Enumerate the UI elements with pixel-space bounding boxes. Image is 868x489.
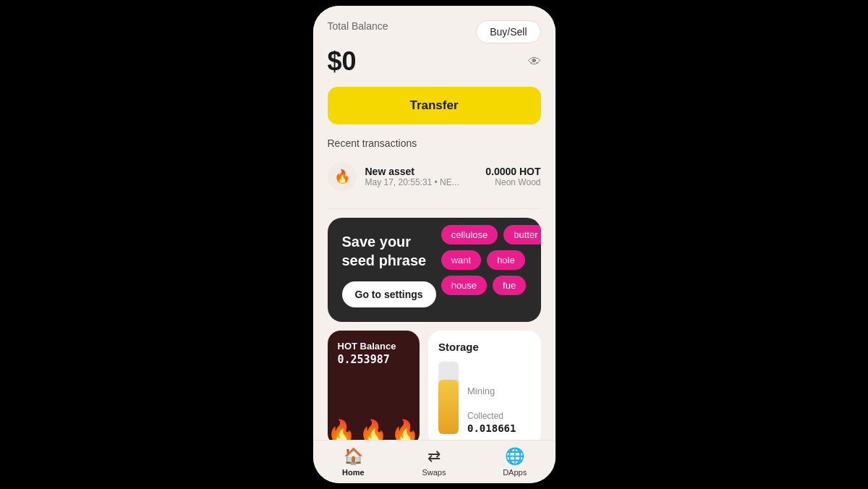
transaction-amount-col: 0.0000 HOT Neon Wood <box>485 166 540 187</box>
seed-word-fue: fue <box>493 276 526 295</box>
bottom-cards: HOT Balance 0.253987 🔥 🔥 🔥 Storage <box>328 331 541 446</box>
storage-bar-container <box>438 362 459 434</box>
transfer-button[interactable]: Transfer <box>328 87 541 124</box>
nav-item-home[interactable]: 🏠 Home <box>331 447 375 477</box>
nav-label-home: Home <box>342 468 365 477</box>
home-icon: 🏠 <box>344 447 363 466</box>
balance-row: $0 👁 <box>328 46 541 77</box>
transaction-item[interactable]: 🔥 New asset May 17, 20:55:31 • NE... 0.0… <box>328 156 541 197</box>
flames-container: 🔥 🔥 🔥 <box>328 388 420 446</box>
recent-transactions-label: Recent transactions <box>328 137 541 149</box>
nav-item-dapps[interactable]: 🌐 DApps <box>493 447 537 477</box>
storage-title: Storage <box>438 341 531 353</box>
divider <box>328 208 541 209</box>
transaction-date: May 17, 20:55:31 • NE... <box>365 177 477 187</box>
eye-icon[interactable]: 👁 <box>528 54 541 69</box>
transaction-icon: 🔥 <box>328 162 357 191</box>
hot-balance-amount: 0.253987 <box>338 353 410 366</box>
seed-phrase-card: Save yourseed phrase Go to settings cell… <box>328 218 541 322</box>
header-section: Total Balance Buy/Sell $0 👁 Transfer Rec… <box>313 6 556 208</box>
storage-content: Mining Collected 0.018661 <box>438 362 531 434</box>
hot-balance-title: HOT Balance <box>338 341 410 352</box>
swaps-icon: ⇄ <box>427 447 441 466</box>
transaction-amount: 0.0000 HOT <box>485 166 540 177</box>
total-balance-label: Total Balance <box>328 20 388 32</box>
transaction-details: New asset May 17, 20:55:31 • NE... <box>365 166 477 187</box>
storage-collected-label: Collected <box>467 411 531 421</box>
storage-mining-label: Mining <box>467 386 531 396</box>
nav-label-dapps: DApps <box>503 468 527 477</box>
dapps-icon: 🌐 <box>505 447 524 466</box>
phone-container: Total Balance Buy/Sell $0 👁 Transfer Rec… <box>313 6 556 483</box>
storage-info: Mining Collected 0.018661 <box>467 386 531 434</box>
storage-card: Storage Mining Collected 0.018661 <box>428 331 541 446</box>
scroll-content: Total Balance Buy/Sell $0 👁 Transfer Rec… <box>313 6 556 483</box>
storage-bar-fill <box>438 380 459 434</box>
hot-balance-card: HOT Balance 0.253987 🔥 🔥 🔥 <box>328 331 420 446</box>
transaction-name: New asset <box>365 166 477 177</box>
go-to-settings-button[interactable]: Go to settings <box>342 281 436 307</box>
nav-label-swaps: Swaps <box>422 468 446 477</box>
header-top: Total Balance Buy/Sell <box>328 20 541 43</box>
buy-sell-button[interactable]: Buy/Sell <box>476 20 540 43</box>
balance-amount: $0 <box>328 46 357 77</box>
bottom-nav: 🏠 Home ⇄ Swaps 🌐 DApps <box>313 440 556 483</box>
seed-phrase-title: Save yourseed phrase <box>342 232 527 270</box>
nav-item-swaps[interactable]: ⇄ Swaps <box>412 447 456 477</box>
transaction-network: Neon Wood <box>485 177 540 187</box>
storage-collected-amount: 0.018661 <box>467 422 531 434</box>
hot-balance-header: HOT Balance 0.253987 <box>328 331 420 369</box>
seed-words-row-3: house fue <box>441 276 541 295</box>
seed-word-house: house <box>441 276 487 295</box>
